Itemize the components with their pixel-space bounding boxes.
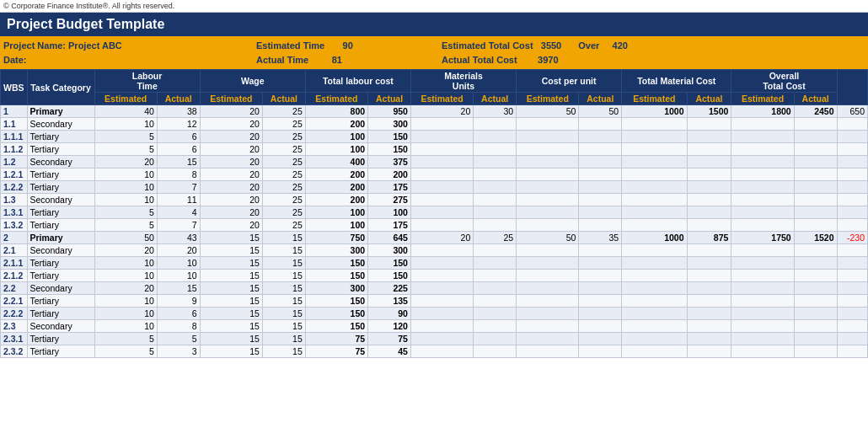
- col-overall-total: OverallTotal Cost: [731, 70, 837, 93]
- table-row: 1.3.2Tertiary572025100175: [1, 219, 868, 232]
- extra-cell: [837, 270, 867, 282]
- wbs-cell: 2.1: [1, 244, 28, 257]
- task-category-cell: Primary: [27, 105, 94, 118]
- col-mu-est: Estimated: [410, 93, 473, 105]
- wbs-cell: 2.2.2: [1, 308, 28, 320]
- table-row: 1.1.1Tertiary562025100150: [1, 131, 868, 143]
- wbs-cell: 1.1.1: [1, 131, 28, 143]
- task-category-cell: Tertiary: [27, 219, 94, 232]
- task-category-cell: Tertiary: [27, 308, 94, 320]
- col-mu-act: Actual: [474, 93, 517, 105]
- task-category-cell: Primary: [27, 232, 94, 244]
- col-cpu-est: Estimated: [517, 93, 579, 105]
- task-category-cell: Secondary: [27, 244, 94, 257]
- task-category-cell: Secondary: [27, 156, 94, 169]
- table-row: 2.2.1Tertiary1091515150135: [1, 295, 868, 308]
- table-row: 2.1Secondary20201515300300: [1, 244, 868, 257]
- project-info-bar: Project Name: Project ABC Date: Estimate…: [0, 36, 868, 69]
- wbs-cell: 1.2: [1, 156, 28, 169]
- table-row: 2.3.2Tertiary5315157545: [1, 345, 868, 358]
- task-category-cell: Tertiary: [27, 206, 94, 219]
- extra-cell: [837, 219, 867, 232]
- task-category-cell: Tertiary: [27, 181, 94, 194]
- table-row: 1.1Secondary10122025200300: [1, 118, 868, 131]
- task-category-cell: Tertiary: [27, 295, 94, 308]
- wbs-cell: 1.2.2: [1, 181, 28, 194]
- project-date: Date:: [3, 53, 256, 67]
- extra-cell: [837, 282, 867, 295]
- table-row: 1.1.2Tertiary562025100150: [1, 143, 868, 156]
- col-tmc-act: Actual: [687, 93, 731, 105]
- task-category-cell: Secondary: [27, 320, 94, 333]
- wbs-cell: 1.3.2: [1, 219, 28, 232]
- extra-cell: [837, 257, 867, 270]
- task-category-cell: Tertiary: [27, 131, 94, 143]
- col-cost-per-unit: Cost per unit: [517, 70, 622, 93]
- col-w-est: Estimated: [200, 93, 262, 105]
- col-total-material: Total Material Cost: [622, 70, 731, 93]
- wbs-cell: 1.1: [1, 118, 28, 131]
- task-category-cell: Tertiary: [27, 257, 94, 270]
- extra-cell: [837, 131, 867, 143]
- table-row: 2Primary50431515750645202550351000875175…: [1, 232, 868, 244]
- table-row: 2.3.1Tertiary5515157575: [1, 333, 868, 345]
- col-tlc-est: Estimated: [305, 93, 367, 105]
- wbs-cell: 1.3: [1, 194, 28, 206]
- task-category-cell: Tertiary: [27, 345, 94, 358]
- wbs-cell: 2.3: [1, 320, 28, 333]
- col-wbs: WBS: [1, 70, 28, 105]
- extra-cell: 650: [837, 105, 867, 118]
- col-otc-est: Estimated: [731, 93, 794, 105]
- title-bar: Project Budget Template: [0, 13, 868, 36]
- col-extra: [837, 70, 867, 105]
- col-wage: Wage: [200, 70, 305, 93]
- task-category-cell: Tertiary: [27, 143, 94, 156]
- wbs-cell: 2.1.2: [1, 270, 28, 282]
- extra-cell: [837, 206, 867, 219]
- wbs-cell: 2: [1, 232, 28, 244]
- extra-cell: [837, 169, 867, 181]
- extra-cell: [837, 244, 867, 257]
- extra-cell: [837, 333, 867, 345]
- extra-cell: [837, 143, 867, 156]
- col-cpu-act: Actual: [579, 93, 622, 105]
- col-lt-est: Estimated: [94, 93, 157, 105]
- task-category-cell: Tertiary: [27, 270, 94, 282]
- project-name: Project Name: Project ABC: [3, 39, 256, 53]
- extra-cell: [837, 156, 867, 169]
- extra-cell: [837, 118, 867, 131]
- table-row: 1.2Secondary20152025400375: [1, 156, 868, 169]
- table-row: 1Primary40382025800950203050501000150018…: [1, 105, 868, 118]
- task-category-cell: Tertiary: [27, 169, 94, 181]
- wbs-cell: 1.1.2: [1, 143, 28, 156]
- task-category-cell: Secondary: [27, 118, 94, 131]
- task-category-cell: Secondary: [27, 194, 94, 206]
- col-total-labour: Total labour cost: [305, 70, 410, 93]
- wbs-cell: 1.2.1: [1, 169, 28, 181]
- table-row: 2.1.2Tertiary10101515150150: [1, 270, 868, 282]
- task-category-cell: Secondary: [27, 282, 94, 295]
- col-tlc-act: Actual: [368, 93, 411, 105]
- table-row: 2.2Secondary20151515300225: [1, 282, 868, 295]
- col-tmc-est: Estimated: [622, 93, 687, 105]
- extra-cell: [837, 320, 867, 333]
- table-row: 2.2.2Tertiary106151515090: [1, 308, 868, 320]
- col-lt-act: Actual: [157, 93, 200, 105]
- col-task: Task Category: [27, 70, 94, 105]
- table-row: 1.2.2Tertiary1072025200175: [1, 181, 868, 194]
- col-labour-time: LabourTime: [94, 70, 200, 93]
- extra-cell: -230: [837, 232, 867, 244]
- col-otc-act: Actual: [794, 93, 837, 105]
- budget-table: WBS Task Category LabourTime Wage Total …: [0, 69, 868, 358]
- wbs-cell: 1: [1, 105, 28, 118]
- wbs-cell: 2.1.1: [1, 257, 28, 270]
- table-row: 1.3.1Tertiary542025100100: [1, 206, 868, 219]
- wbs-cell: 1.3.1: [1, 206, 28, 219]
- extra-cell: [837, 295, 867, 308]
- wbs-cell: 2.2.1: [1, 295, 28, 308]
- wbs-cell: 2.3.1: [1, 333, 28, 345]
- table-row: 1.3Secondary10112025200275: [1, 194, 868, 206]
- table-row: 2.3Secondary1081515150120: [1, 320, 868, 333]
- table-row: 1.2.1Tertiary1082025200200: [1, 169, 868, 181]
- col-materials-units: MaterialsUnits: [410, 70, 516, 93]
